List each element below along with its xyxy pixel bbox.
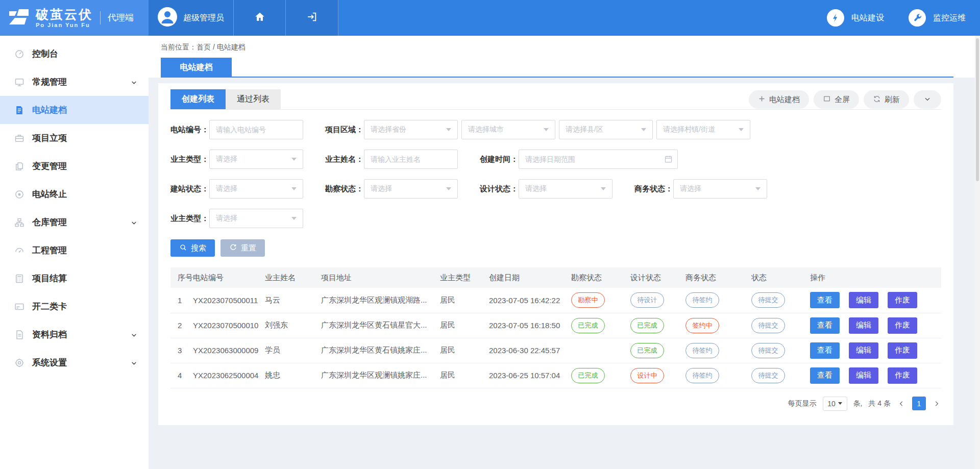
build-status-select[interactable]: 请选择 [209, 179, 303, 199]
county-select[interactable]: 请选择县/区 [559, 120, 653, 139]
cell-owner: 马云 [265, 288, 321, 313]
collapse-panel-button[interactable] [914, 90, 941, 109]
col-date: 创建日期 [489, 267, 571, 288]
search-button[interactable]: 搜索 [170, 239, 215, 257]
tab-passed-list[interactable]: 通过列表 [226, 89, 281, 109]
sidebar-item-change-mgmt[interactable]: 变更管理 [0, 152, 149, 180]
station-no-input[interactable] [209, 120, 303, 139]
caret-down-icon [755, 187, 761, 190]
col-code: 电站编号 [193, 267, 265, 288]
survey-status-badge: 已完成 [571, 368, 605, 383]
page-number[interactable]: 1 [912, 397, 926, 410]
sidebar-item-station-termination[interactable]: 电站终止 [0, 180, 149, 208]
refresh-icon [873, 95, 881, 105]
survey-status-select[interactable]: 请选择 [364, 179, 458, 199]
cell-address: 广东深圳龙华区观澜镇姚家庄... [321, 363, 440, 388]
page-tab-station-archive[interactable]: 电站建档 [161, 58, 232, 78]
reset-button[interactable]: 重置 [220, 239, 265, 257]
design-status-select[interactable]: 请选择 [519, 179, 612, 199]
business-status-label: 商务状态： [634, 184, 673, 194]
cell-owner: 姚忠 [265, 363, 321, 388]
design-status-badge: 待设计 [630, 292, 664, 308]
create-time-label: 创建时间： [480, 155, 519, 164]
owner-name-input[interactable] [364, 150, 458, 169]
sidebar-item-station-archive[interactable]: 电站建档 [0, 96, 149, 124]
cell-code: YX2023070500011 [193, 288, 265, 313]
logout-button[interactable] [286, 0, 338, 36]
city-select[interactable]: 请选择城市 [461, 120, 555, 139]
nav-station-build[interactable]: 电站建设 [827, 0, 884, 36]
sitemap-icon [14, 217, 24, 228]
header-spacer [338, 0, 827, 36]
void-button[interactable]: 作废 [888, 317, 917, 334]
sidebar-item-label: 项目结算 [32, 273, 67, 284]
copy-icon [14, 161, 24, 171]
avatar [158, 7, 177, 29]
edit-button[interactable]: 编辑 [849, 292, 878, 308]
survey-status-badge: 已完成 [571, 318, 605, 333]
home-button[interactable] [234, 0, 286, 36]
scrollbar-thumb[interactable] [976, 38, 979, 181]
owner-type2-select[interactable]: 请选择 [209, 209, 303, 228]
fullscreen-icon [823, 95, 831, 104]
void-button[interactable]: 作废 [888, 367, 917, 384]
town-select[interactable]: 请选择村镇/街道 [656, 120, 750, 139]
logo: 破茧云伏 Po Jian Yun Fu 代理端 [0, 0, 149, 36]
logout-icon [306, 11, 317, 24]
document-icon [14, 105, 24, 115]
table-row: 4 YX2023062500004 姚忠 广东深圳龙华区观澜镇姚家庄... 居民… [170, 363, 941, 388]
sidebar-item-warehouse-mgmt[interactable]: 仓库管理 [0, 208, 149, 236]
date-range-input[interactable] [519, 150, 678, 169]
breadcrumb-path: 首页 / 电站建档 [197, 43, 246, 51]
sidebar-item-console[interactable]: 控制台 [0, 40, 149, 68]
sidebar-item-engineering-mgmt[interactable]: 工程管理 [0, 236, 149, 264]
sidebar-item-data-archive[interactable]: 资料归档 [0, 320, 149, 349]
refresh-button[interactable]: 刷新 [864, 90, 909, 109]
sidebar-item-project-initiation[interactable]: 项目立项 [0, 124, 149, 152]
sidebar-item-project-settlement[interactable]: 项目结算 [0, 264, 149, 292]
edit-button[interactable]: 编辑 [849, 367, 878, 384]
edit-button[interactable]: 编辑 [849, 317, 878, 334]
nav-monitor-ops[interactable]: 监控运维 [909, 0, 966, 36]
view-button[interactable]: 查看 [810, 367, 840, 384]
sidebar-item-label: 控制台 [32, 48, 58, 60]
sidebar-item-system-settings[interactable]: 系统设置 [0, 349, 149, 377]
view-button[interactable]: 查看 [810, 342, 840, 359]
edit-button[interactable]: 编辑 [849, 342, 878, 359]
user-name: 超级管理员 [183, 13, 224, 23]
survey-status-label: 勘察状态： [325, 184, 364, 194]
total-label: 共 4 条 [868, 399, 891, 408]
station-no-label: 电站编号： [170, 125, 209, 135]
col-type: 业主类型 [440, 267, 489, 288]
view-button[interactable]: 查看 [810, 292, 840, 308]
cell-code: YX2023063000009 [193, 338, 265, 363]
prev-page-button[interactable] [897, 400, 906, 407]
business-status-select[interactable]: 请选择 [673, 179, 767, 199]
plus-icon [758, 95, 766, 104]
sidebar-item-general-mgmt[interactable]: 常规管理 [0, 68, 149, 96]
main-content: 当前位置：首页 / 电站建档 电站建档 创建列表 通过列表 电站建档 [149, 36, 980, 469]
cell-address: 广东深圳龙华区观澜镇观湖路... [321, 288, 440, 313]
per-page-select[interactable]: 10 [823, 397, 847, 411]
tab-create-list[interactable]: 创建列表 [170, 89, 226, 109]
sidebar-item-open-class2-card[interactable]: 开二类卡 [0, 292, 149, 320]
nav-monitor-ops-label: 监控运维 [933, 13, 966, 23]
cell-address: 广东深圳龙华区黄石镇星官大... [321, 313, 440, 338]
view-button[interactable]: 查看 [810, 317, 840, 334]
next-page-button[interactable] [932, 400, 941, 407]
sidebar: 控制台 常规管理 电站建档 [0, 36, 149, 469]
owner-name-label: 业主姓名： [325, 155, 364, 164]
fullscreen-button[interactable]: 全屏 [814, 90, 859, 109]
void-button[interactable]: 作废 [888, 292, 917, 308]
cell-type: 居民 [440, 338, 489, 363]
owner-type-select[interactable]: 请选择 [209, 150, 303, 169]
dashboard-icon [14, 49, 24, 59]
filter-row-1: 电站编号： 项目区域： 请选择省份 请选择城市 请选择县/区 请选择村镇 [170, 120, 941, 139]
province-select[interactable]: 请选择省份 [364, 120, 458, 139]
void-button[interactable]: 作废 [888, 342, 917, 359]
col-survey: 勘察状态 [571, 267, 630, 288]
create-station-button[interactable]: 电站建档 [749, 90, 809, 109]
sidebar-item-label: 仓库管理 [32, 216, 67, 228]
user-menu[interactable]: 超级管理员 [149, 0, 234, 36]
sidebar-item-label: 资料归档 [32, 329, 67, 340]
